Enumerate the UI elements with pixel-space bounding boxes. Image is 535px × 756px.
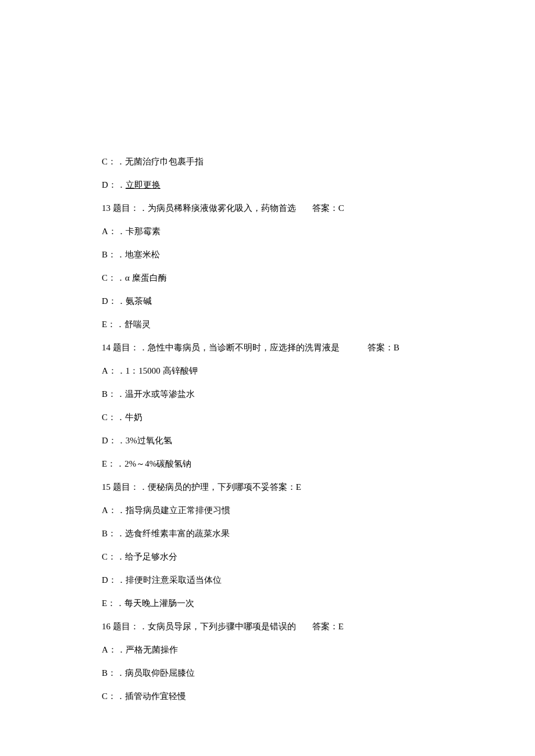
question-14-option-b: B：．温开水或等渗盐水 [102,389,465,399]
question-16-option-c: C：．插管动作宜轻慢 [102,691,465,701]
question-14-answer: 答案：B [368,343,400,352]
question-13-option-d: D：．氨茶碱 [102,296,465,306]
question-13-text: 13 题目：．为病员稀释痰液做雾化吸入，药物首选 [102,203,296,213]
question-13-option-a: A：．卡那霉素 [102,226,465,237]
question-13-option-c: C：．α 糜蛋白酶 [102,273,465,283]
question-16-option-a: A：．严格无菌操作 [102,644,465,655]
question-14-option-c: C：．牛奶 [102,412,465,422]
question-16-option-b: B：．病员取仰卧屈膝位 [102,668,465,678]
question-15: 15 题目：．便秘病员的护理，下列哪项不妥答案：E [102,482,465,492]
question-14: 14 题目：．急性中毒病员，当诊断不明时，应选择的洗胃液是答案：B [102,342,465,353]
question-15-option-a: A：．指导病员建立正常排便习惯 [102,505,465,515]
question-15-option-e: E：．每天晚上灌肠一次 [102,598,465,608]
question-15-option-d: D：．排便时注意采取适当体位 [102,575,465,585]
question-13: 13 题目：．为病员稀释痰液做雾化吸入，药物首选答案：C [102,203,465,213]
option-d-prev: D：．立即更换 [102,180,465,190]
question-13-answer: 答案：C [312,203,344,213]
question-14-option-a: A：．1：15000 高锌酸钾 [102,366,465,376]
question-13-option-e: E：．舒喘灵 [102,319,465,329]
question-16-text: 16 题目：．女病员导尿，下列步骤中哪项是错误的 [102,622,296,631]
question-14-option-d: D：．3%过氧化氢 [102,435,465,446]
option-d-text: 立即更换 [126,180,160,189]
option-d-prefix: D：． [102,180,126,189]
question-14-text: 14 题目：．急性中毒病员，当诊断不明时，应选择的洗胃液是 [102,343,340,352]
question-13-option-b: B：．地塞米松 [102,249,465,260]
question-15-option-b: B：．选食纤维素丰富的蔬菜水果 [102,528,465,539]
option-c-prev: C：．无菌治疗巾包裹手指 [102,156,465,167]
question-16-answer: 答案：E [312,622,344,631]
question-15-option-c: C：．给予足够水分 [102,551,465,562]
question-14-option-e: E：．2%～4%碳酸氢钠 [102,458,465,469]
question-16: 16 题目：．女病员导尿，下列步骤中哪项是错误的答案：E [102,621,465,632]
